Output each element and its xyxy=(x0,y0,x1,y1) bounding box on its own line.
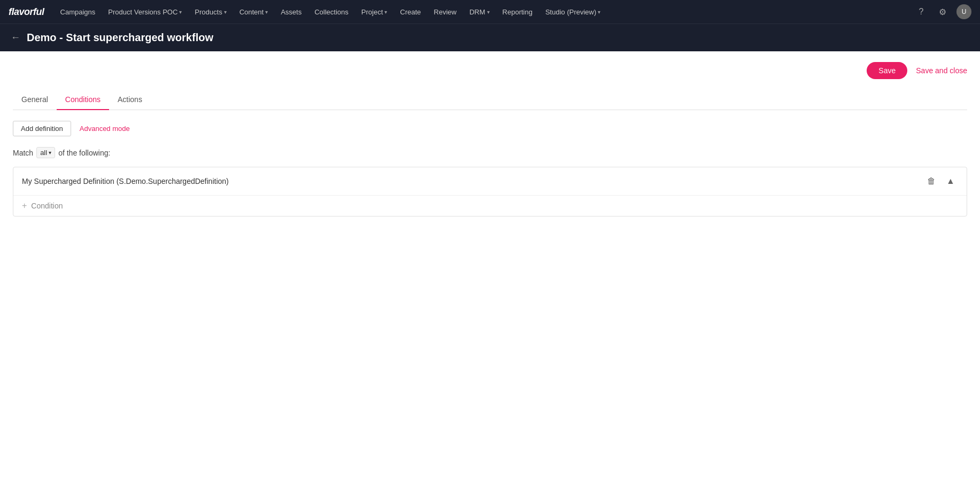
definition-title: My Supercharged Definition (S.Demo.Super… xyxy=(22,177,229,185)
nav-reporting[interactable]: Reporting xyxy=(497,6,538,18)
nav-project[interactable]: Project ▾ xyxy=(356,6,392,18)
delete-definition-button[interactable]: 🗑 xyxy=(924,174,939,189)
tab-general[interactable]: General xyxy=(13,90,57,110)
nav-product-versions[interactable]: Product Versions POC ▾ xyxy=(103,6,187,18)
nav-create[interactable]: Create xyxy=(395,6,426,18)
nav-campaigns[interactable]: Campaigns xyxy=(55,6,101,18)
match-suffix: of the following: xyxy=(58,149,110,157)
nav-collections[interactable]: Collections xyxy=(309,6,354,18)
tab-conditions[interactable]: Conditions xyxy=(57,90,109,110)
chevron-down-icon: ▾ xyxy=(384,9,387,15)
help-icon[interactable]: ? xyxy=(914,4,929,19)
brand-logo[interactable]: flavorful xyxy=(9,6,44,18)
nav-content[interactable]: Content ▾ xyxy=(234,6,274,18)
add-definition-button[interactable]: Add definition xyxy=(13,121,71,136)
add-condition-row[interactable]: + Condition xyxy=(13,196,967,216)
chevron-down-icon: ▾ xyxy=(179,9,182,15)
nav-assets[interactable]: Assets xyxy=(275,6,307,18)
match-dropdown[interactable]: all ▾ xyxy=(36,147,55,158)
match-row: Match all ▾ of the following: xyxy=(13,147,967,158)
top-actions: Save Save and close xyxy=(13,62,967,79)
plus-icon: + xyxy=(22,201,27,211)
nav-studio[interactable]: Studio (Preview) ▾ xyxy=(540,6,606,18)
chevron-down-icon: ▾ xyxy=(265,9,268,15)
sub-header: ← Demo - Start supercharged workflow xyxy=(0,24,980,51)
chevron-down-icon: ▾ xyxy=(487,9,490,15)
navbar: flavorful Campaigns Product Versions POC… xyxy=(0,0,980,24)
chevron-up-icon: ▲ xyxy=(946,176,955,186)
collapse-definition-button[interactable]: ▲ xyxy=(943,174,958,189)
chevron-down-icon: ▾ xyxy=(224,9,227,15)
definition-section: My Supercharged Definition (S.Demo.Super… xyxy=(13,167,967,216)
match-label: Match xyxy=(13,149,33,157)
user-avatar[interactable]: U xyxy=(956,4,971,19)
nav-drm[interactable]: DRM ▾ xyxy=(464,6,495,18)
tab-actions[interactable]: Actions xyxy=(109,90,151,110)
add-condition-label: Condition xyxy=(31,202,63,210)
settings-icon[interactable]: ⚙ xyxy=(935,4,950,19)
definition-actions: 🗑 ▲ xyxy=(924,174,958,189)
match-value: all xyxy=(40,149,47,157)
advanced-mode-button[interactable]: Advanced mode xyxy=(80,121,130,136)
page-title: Demo - Start supercharged workflow xyxy=(27,32,213,44)
main-content: Save Save and close General Conditions A… xyxy=(0,51,980,495)
tabs: General Conditions Actions xyxy=(13,90,967,110)
chevron-down-icon: ▾ xyxy=(598,9,600,15)
nav-products[interactable]: Products ▾ xyxy=(189,6,232,18)
chevron-down-icon: ▾ xyxy=(49,150,51,156)
navbar-right: ? ⚙ U xyxy=(914,4,971,19)
save-and-close-button[interactable]: Save and close xyxy=(916,66,967,75)
trash-icon: 🗑 xyxy=(927,176,936,186)
nav-review[interactable]: Review xyxy=(428,6,462,18)
back-button[interactable]: ← xyxy=(11,32,20,43)
save-button[interactable]: Save xyxy=(867,62,907,79)
conditions-toolbar: Add definition Advanced mode xyxy=(13,121,967,136)
definition-header: My Supercharged Definition (S.Demo.Super… xyxy=(13,167,967,196)
